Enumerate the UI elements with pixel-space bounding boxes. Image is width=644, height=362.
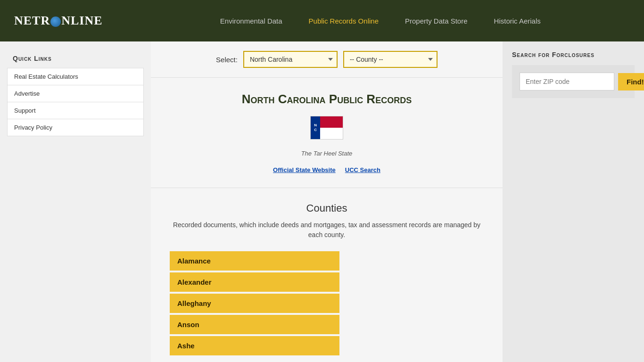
find-button[interactable]: Find!	[618, 73, 644, 90]
state-motto: The Tar Heel State	[170, 150, 484, 157]
state-title: North Carolina Public Records	[170, 92, 484, 107]
county-select[interactable]: -- County --	[343, 51, 438, 68]
list-item: Real Estate Calculators	[8, 68, 143, 85]
state-flag-container: NC	[310, 116, 343, 145]
state-section: North Carolina Public Records NC The Tar…	[151, 78, 503, 188]
quick-links-list: Real Estate Calculators Advertise Suppor…	[7, 68, 144, 136]
counties-title: Counties	[170, 202, 484, 214]
link-privacy-policy[interactable]: Privacy Policy	[8, 119, 143, 136]
globe-icon	[50, 16, 61, 27]
county-anson[interactable]: Anson	[170, 315, 339, 334]
logo[interactable]: NETRNLINE	[14, 14, 103, 28]
flag-red-section	[320, 116, 343, 128]
main-container: Quick Links Real Estate Calculators Adve…	[0, 41, 644, 362]
flag-nc-letters: NC	[314, 123, 317, 132]
state-links: Official State Website UCC Search	[170, 166, 484, 173]
state-flag: NC	[310, 116, 343, 140]
nav-public-records[interactable]: Public Records Online	[296, 17, 392, 25]
county-alamance[interactable]: Alamance	[170, 251, 339, 271]
official-state-website-link[interactable]: Official State Website	[273, 166, 336, 173]
header: NETRNLINE Environmental Data Public Reco…	[0, 0, 644, 41]
flag-white-section	[320, 128, 343, 139]
list-item: Support	[8, 102, 143, 119]
county-alexander[interactable]: Alexander	[170, 272, 339, 292]
counties-section: Counties Recorded documents, which inclu…	[151, 188, 503, 362]
nav-historic-aerials[interactable]: Historic Aerials	[481, 17, 554, 25]
content-wrapper: Select: North Carolina Alabama Alaska Ar…	[151, 41, 644, 362]
county-alleghany[interactable]: Alleghany	[170, 294, 339, 313]
zip-input[interactable]	[520, 73, 614, 90]
select-bar: Select: North Carolina Alabama Alaska Ar…	[151, 41, 503, 78]
link-advertise[interactable]: Advertise	[8, 85, 143, 102]
county-ashe[interactable]: Ashe	[170, 336, 339, 355]
right-sidebar: Search for Forclosures Find!	[503, 41, 644, 362]
main-content: Select: North Carolina Alabama Alaska Ar…	[151, 41, 503, 362]
list-item: Privacy Policy	[8, 119, 143, 136]
nav-property-data[interactable]: Property Data Store	[392, 17, 481, 25]
select-label: Select:	[216, 56, 238, 64]
left-sidebar: Quick Links Real Estate Calculators Adve…	[0, 41, 151, 362]
quick-links-title: Quick Links	[7, 51, 144, 68]
flag-blue-section: NC	[311, 116, 320, 139]
link-support[interactable]: Support	[8, 102, 143, 119]
list-item: Advertise	[8, 85, 143, 102]
link-real-estate-calculators[interactable]: Real Estate Calculators	[8, 68, 143, 85]
county-list: Alamance Alexander Alleghany Anson Ashe	[170, 251, 339, 355]
nav-environmental[interactable]: Environmental Data	[207, 17, 296, 25]
foreclosure-search-box: Find!	[512, 65, 635, 98]
state-select[interactable]: North Carolina Alabama Alaska Arizona Ar…	[243, 51, 338, 68]
foreclosure-title: Search for Forclosures	[512, 51, 635, 58]
main-nav: Environmental Data Public Records Online…	[131, 17, 630, 25]
ucc-search-link[interactable]: UCC Search	[345, 166, 380, 173]
counties-description: Recorded documents, which include deeds …	[170, 220, 484, 240]
